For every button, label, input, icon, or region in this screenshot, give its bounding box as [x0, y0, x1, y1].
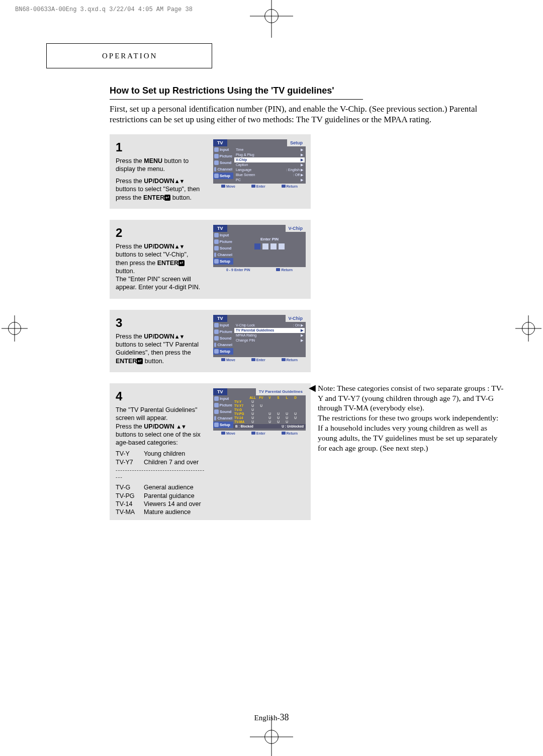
category-row: TV-YYoung children — [116, 450, 206, 458]
osd-title: Setup — [287, 139, 306, 146]
setup-icon — [214, 259, 219, 264]
text: button. — [116, 268, 135, 275]
guideline-row: TV-14UUUUU — [233, 416, 306, 420]
text: Press the — [116, 243, 144, 250]
enter-key-icon — [251, 358, 255, 361]
setup-icon — [214, 349, 219, 354]
guideline-row: TV-GU — [233, 408, 306, 412]
move-icon — [221, 358, 225, 361]
updown-label: UP/DOWN — [144, 178, 174, 185]
sound-icon — [214, 160, 219, 165]
channel-icon — [214, 253, 216, 257]
footer-enter: Enter — [256, 358, 265, 362]
pin-digit-4 — [279, 243, 285, 249]
osd-menu-row: TV Parental Guidelines ▶ — [234, 328, 305, 333]
category-row: TV-PGParental guidance — [116, 492, 206, 500]
osd-screenshot-1: TV Setup Input Picture Sound Channel Set… — [213, 139, 306, 202]
enter-icon: ↵ — [164, 195, 170, 201]
text: buttons to select "TV Parental Guideline… — [116, 341, 199, 356]
guideline-row: TV-YU — [233, 400, 306, 404]
osd-main-2: Enter PIN — [233, 232, 306, 267]
sound-icon — [214, 409, 219, 414]
text: The "TV Parental Guidelines" screen will… — [116, 406, 206, 423]
side-picture: Picture — [220, 154, 232, 158]
updown-label: UP/DOWN — [144, 423, 174, 430]
picture-icon — [214, 403, 219, 407]
registration-mark-top — [264, 9, 279, 23]
step-3-block: 3 Press the UP/DOWN▲▼ buttons to select … — [110, 310, 311, 372]
input-icon — [214, 323, 219, 327]
side-picture: Picture — [220, 403, 232, 407]
updown-label: UP/DOWN — [144, 243, 174, 250]
side-channel: Channel — [217, 416, 232, 421]
osd-footer-4: Move Enter Return — [213, 431, 306, 436]
section-title: OPERATION — [102, 52, 157, 60]
categories-group-1: TV-YYoung childrenTV-Y7Children 7 and ov… — [116, 450, 206, 466]
osd-menu-row: Plug & Plug ▶ — [234, 152, 305, 157]
side-setup: Setup — [220, 423, 230, 427]
osd-menu-row: Blue Screen: Off ▶ — [234, 173, 305, 178]
registration-mark-left — [8, 322, 21, 335]
sound-icon — [214, 246, 219, 250]
registration-mark-bottom — [264, 730, 279, 744]
osd-menu-row: V-Chip Lock: On ▶ — [234, 323, 305, 328]
updown-icon: ▲▼ — [174, 178, 185, 184]
footer-label: English- — [254, 714, 280, 722]
categories-group-2: TV-GGeneral audienceTV-PGParental guidan… — [116, 483, 206, 516]
category-divider: ----------------------------------------… — [116, 466, 206, 481]
side-input: Input — [220, 147, 229, 152]
note-text: Note: These categories consist of two se… — [318, 383, 505, 453]
category-row: TV-GGeneral audience — [116, 483, 206, 491]
updown-icon: ▲▼ — [174, 333, 185, 340]
footer-return: Return — [287, 432, 298, 435]
sound-icon — [214, 336, 219, 341]
guideline-row: TV-PGUUUUU — [233, 412, 306, 416]
registration-mark-right — [522, 322, 535, 335]
updown-label: UP/DOWN — [144, 333, 174, 340]
pin-entry — [233, 243, 306, 249]
osd-title: TV Parental Guidelines — [256, 388, 306, 395]
step-1-block: 1 Press the MENU button to display the m… — [110, 134, 311, 209]
section-title-frame: OPERATION — [46, 43, 212, 68]
osd-screenshot-3: TV V-Chip Input Picture Sound Channel Se… — [213, 315, 306, 365]
legend-blocked: B : Blocked — [235, 425, 253, 428]
footer-move: Move — [226, 185, 235, 188]
picture-icon — [214, 329, 219, 334]
osd-footer-2: 0 - 9 Enter PIN Return — [213, 267, 306, 273]
text: The "Enter PIN" screen will appear. Ente… — [116, 275, 202, 292]
updown-icon: ▲▼ — [174, 243, 185, 249]
osd-tv-tab: TV — [213, 225, 227, 232]
osd-tv-tab: TV — [213, 388, 227, 395]
input-icon — [214, 147, 219, 152]
osd-title: V-Chip — [286, 315, 306, 322]
updown-icon: ▲▼ — [176, 424, 186, 430]
footer-hint: 0 - 9 Enter PIN — [226, 268, 250, 272]
enter-label: ENTER — [116, 358, 137, 365]
heading-underline — [110, 98, 363, 100]
step-1-number: 1 — [116, 139, 202, 155]
osd-title: V-Chip — [286, 225, 306, 232]
side-sound: Sound — [220, 160, 231, 165]
osd-menu-row: MPAA Rating ▶ — [234, 333, 305, 338]
step-2-number: 2 — [116, 225, 202, 240]
osd-side-menu: Input Picture Sound Channel Setup — [213, 232, 233, 267]
channel-icon — [214, 343, 216, 347]
osd-menu-row: PC ▶ — [234, 178, 305, 183]
text: Press the — [116, 423, 144, 430]
side-sound: Sound — [220, 246, 231, 250]
text: Press the — [116, 178, 144, 185]
return-icon — [276, 268, 280, 271]
side-picture: Picture — [220, 239, 232, 244]
osd-footer-1: Move Enter Return — [213, 184, 306, 189]
picture-icon — [214, 239, 219, 244]
enter-label: ENTER — [143, 194, 164, 201]
return-icon — [282, 185, 286, 188]
return-icon — [282, 358, 286, 361]
osd-main-1: Time ▶Plug & Plug ▶V-Chip ▶Caption ▶Lang… — [233, 146, 306, 184]
text: Press the — [116, 333, 144, 340]
osd-side-menu: Input Picture Sound Channel Setup — [213, 395, 233, 431]
enter-label: ENTER — [157, 260, 178, 267]
note-block: ◀ Note: These categories consist of two … — [309, 383, 505, 453]
intro-paragraph: First, set up a personal identification … — [110, 104, 497, 125]
footer-move: Move — [226, 358, 235, 362]
